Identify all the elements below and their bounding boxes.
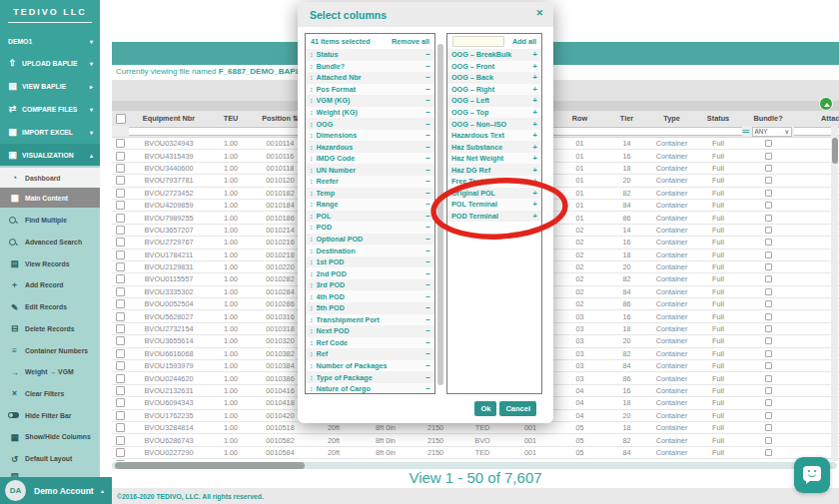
- selected-column-item[interactable]: ↕Dimensions−: [306, 130, 434, 142]
- row-checkbox[interactable]: [116, 214, 125, 223]
- remove-all-button[interactable]: Remove all: [392, 37, 429, 46]
- bundle-checkbox[interactable]: [765, 215, 772, 222]
- sidebar-item-compare-files[interactable]: ⇄COMPARE FILES▾: [0, 98, 100, 120]
- remove-column-icon[interactable]: −: [425, 349, 430, 358]
- bundle-checkbox[interactable]: [765, 449, 772, 456]
- row-checkbox[interactable]: [116, 274, 125, 283]
- selected-column-item[interactable]: ↕Next POD−: [306, 325, 434, 337]
- selected-column-item[interactable]: ↕1st POD−: [306, 256, 434, 268]
- row-checkbox[interactable]: [116, 386, 125, 395]
- bundle-filter-select[interactable]: ANY∨: [752, 127, 792, 137]
- vertical-scrollbar[interactable]: [831, 126, 838, 461]
- table-row[interactable]: BVOU02272901.00001058620ft8ft 0in2150TED…: [112, 459, 839, 461]
- filter-input[interactable]: [649, 127, 694, 136]
- add-column-icon[interactable]: +: [532, 96, 537, 105]
- close-icon[interactable]: ✕: [535, 8, 543, 18]
- row-checkbox[interactable]: [116, 349, 125, 358]
- column-header-label[interactable]: TEU: [224, 114, 239, 123]
- drag-handle-icon[interactable]: ↕: [310, 132, 314, 139]
- selected-column-item[interactable]: ↕POL−: [306, 211, 434, 223]
- remove-column-icon[interactable]: −: [425, 303, 430, 312]
- bundle-checkbox[interactable]: [765, 275, 772, 282]
- selected-column-item[interactable]: ↕Ref Code−: [306, 337, 434, 349]
- column-header-label[interactable]: Equipment Nbr: [143, 114, 195, 123]
- add-column-icon[interactable]: +: [532, 108, 537, 117]
- selected-column-item[interactable]: ↕VGM (KG)−: [306, 95, 434, 107]
- sidebar-item-find-multiple[interactable]: Find Multiple: [0, 210, 100, 232]
- column-header-label[interactable]: Position: [262, 114, 291, 123]
- sidebar-item-edit-records[interactable]: ✎Edit Records: [0, 296, 100, 318]
- selected-column-item[interactable]: ↕2nd POD−: [306, 267, 434, 279]
- remove-column-icon[interactable]: −: [425, 108, 430, 117]
- available-column-item[interactable]: Free Text+: [447, 176, 541, 188]
- remove-column-icon[interactable]: −: [425, 85, 430, 94]
- row-checkbox[interactable]: [116, 287, 125, 296]
- cancel-button[interactable]: Cancel: [499, 401, 536, 416]
- collapse-up-button[interactable]: [819, 97, 833, 111]
- remove-column-icon[interactable]: −: [425, 235, 430, 244]
- filter-input[interactable]: [694, 127, 742, 136]
- remove-column-icon[interactable]: −: [425, 326, 430, 335]
- bundle-checkbox[interactable]: [765, 263, 772, 270]
- available-column-item[interactable]: POL Terminal+: [447, 199, 541, 211]
- selected-column-item[interactable]: ↕Range−: [306, 199, 434, 211]
- remove-column-icon[interactable]: −: [425, 50, 430, 59]
- table-row[interactable]: BVOU62867431.00001058220ft8ft 0in2150BVO…: [112, 434, 839, 446]
- available-column-item[interactable]: OOG – Back+: [447, 72, 541, 84]
- drag-handle-icon[interactable]: ↕: [310, 74, 314, 81]
- bundle-checkbox[interactable]: [765, 375, 772, 382]
- remove-column-icon[interactable]: −: [425, 96, 430, 105]
- drag-handle-icon[interactable]: ↕: [310, 281, 314, 288]
- remove-column-icon[interactable]: −: [425, 131, 430, 140]
- account-selector[interactable]: DEMO1 ▾: [0, 30, 100, 52]
- add-column-icon[interactable]: +: [532, 120, 537, 129]
- bundle-checkbox[interactable]: [765, 424, 772, 431]
- remove-column-icon[interactable]: −: [425, 384, 430, 393]
- add-column-icon[interactable]: +: [532, 62, 537, 71]
- add-all-button[interactable]: Add all: [512, 37, 536, 46]
- column-header-label[interactable]: Status: [707, 114, 729, 123]
- row-checkbox[interactable]: [116, 262, 125, 271]
- selected-column-item[interactable]: ↕3rd POD−: [306, 279, 434, 291]
- bundle-checkbox[interactable]: [765, 288, 772, 295]
- remove-column-icon[interactable]: −: [425, 143, 430, 152]
- table-row[interactable]: BVOU32848141.00001051820ft8ft 0in2150TED…: [112, 422, 839, 434]
- selected-column-item[interactable]: ↕Reefer−: [306, 176, 434, 188]
- row-checkbox[interactable]: [116, 152, 125, 161]
- available-column-item[interactable]: Haz Substance+: [447, 141, 541, 153]
- remove-column-icon[interactable]: −: [425, 223, 430, 232]
- vertical-scrollbar-thumb[interactable]: [832, 138, 838, 164]
- horizontal-scrollbar-thumb[interactable]: [115, 462, 305, 469]
- bundle-checkbox[interactable]: [765, 177, 772, 184]
- sidebar-item-hide-filter-bar[interactable]: Hide Filter Bar: [0, 404, 100, 426]
- remove-column-icon[interactable]: −: [425, 280, 430, 289]
- column-header-label[interactable]: Type: [663, 114, 680, 123]
- drag-handle-icon[interactable]: ↕: [310, 236, 314, 243]
- bundle-checkbox[interactable]: [765, 202, 772, 209]
- drag-handle-icon[interactable]: ↕: [310, 327, 314, 334]
- sidebar-item-dashboard[interactable]: ◔Dashboard: [0, 168, 100, 188]
- select-all-checkbox[interactable]: [116, 114, 126, 124]
- remove-column-icon[interactable]: −: [425, 315, 430, 324]
- drag-handle-icon[interactable]: ↕: [310, 190, 314, 197]
- filter-input[interactable]: [209, 127, 253, 136]
- chat-widget-button[interactable]: [794, 457, 830, 493]
- column-header-label[interactable]: Bundle?: [753, 114, 782, 123]
- drag-handle-icon[interactable]: ↕: [310, 121, 314, 128]
- drag-handle-icon[interactable]: ↕: [310, 178, 314, 185]
- remove-column-icon[interactable]: −: [425, 189, 430, 198]
- row-checkbox[interactable]: [116, 324, 125, 333]
- drag-handle-icon[interactable]: ↕: [310, 374, 314, 381]
- row-checkbox[interactable]: [116, 251, 125, 259]
- available-column-item[interactable]: POD Terminal+: [447, 211, 541, 223]
- sidebar-item-advanced-search[interactable]: Advanced Search: [0, 232, 100, 253]
- row-checkbox[interactable]: [116, 312, 125, 321]
- drag-handle-icon[interactable]: ↕: [310, 339, 314, 346]
- drag-handle-icon[interactable]: ↕: [310, 97, 314, 104]
- selected-column-item[interactable]: ↕POD−: [306, 222, 434, 234]
- row-checkbox[interactable]: [116, 176, 125, 185]
- bundle-checkbox[interactable]: [765, 239, 772, 246]
- row-checkbox[interactable]: [116, 189, 125, 198]
- drag-handle-icon[interactable]: ↕: [310, 304, 314, 311]
- sidebar-item-delete-records[interactable]: ⊟Delete Records: [0, 318, 100, 340]
